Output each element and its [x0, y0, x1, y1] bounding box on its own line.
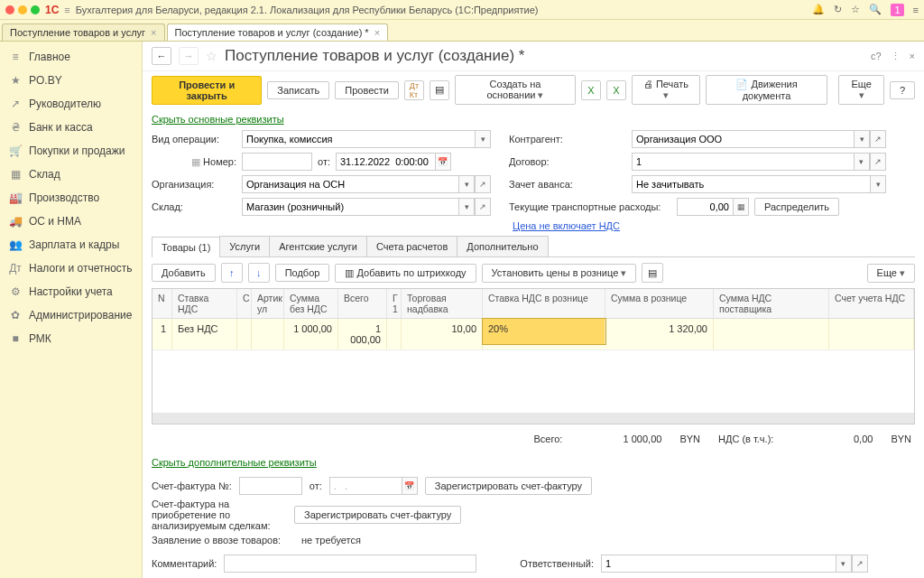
dt-kt-icon[interactable]: ДтКт	[404, 80, 424, 100]
nav-settings[interactable]: ⚙Настройки учета	[0, 280, 142, 303]
contragent-field[interactable]	[632, 130, 854, 148]
invoice-date-field[interactable]	[329, 477, 402, 495]
nav-main[interactable]: ≡Главное	[0, 45, 142, 69]
bell-icon[interactable]: 🔔	[812, 4, 825, 15]
more-button[interactable]: Еще	[867, 264, 915, 283]
hamburger-icon[interactable]: ≡	[64, 5, 69, 15]
more-icon[interactable]: ⋮	[891, 51, 901, 62]
move-up-icon[interactable]: ↑	[221, 263, 243, 283]
tab-accounts[interactable]: Счета расчетов	[366, 236, 457, 256]
col-supplier-vat[interactable]: Сумма НДС поставщика	[714, 289, 829, 318]
col-g[interactable]: Г1	[387, 289, 402, 318]
invoice-no-field[interactable]	[239, 477, 302, 495]
open-icon[interactable]: ↗	[852, 555, 868, 573]
more-button[interactable]: Еще	[838, 75, 884, 105]
responsible-field[interactable]	[601, 555, 836, 573]
pick-button[interactable]: Подбор	[275, 264, 330, 282]
chevron-down-icon[interactable]: ▾	[854, 153, 870, 171]
cell-retail-sum[interactable]: 1 320,00	[605, 319, 714, 350]
number-field[interactable]	[242, 153, 312, 171]
contract-field[interactable]	[632, 153, 854, 171]
date-field[interactable]	[336, 153, 435, 171]
tab-goods[interactable]: Товары (1)	[152, 237, 220, 257]
excel-icon[interactable]: X	[581, 80, 601, 100]
help-button[interactable]: ?	[890, 81, 915, 99]
calendar-icon[interactable]: 📅	[402, 477, 418, 495]
barcode-button[interactable]: ▥ Добавить по штрихкоду	[335, 264, 476, 283]
register-invoice-button[interactable]: Зарегистрировать счет-фактуру	[425, 477, 592, 495]
post-button[interactable]: Провести	[335, 81, 399, 99]
goods-table[interactable]: N Ставка НДС С Артик ул Сумма без НДС Вс…	[152, 288, 915, 424]
cell-c[interactable]	[237, 319, 252, 350]
cell-total[interactable]: 1 000,00	[338, 319, 387, 350]
open-icon[interactable]: ↗	[475, 198, 491, 216]
nav-bank[interactable]: ₴Банк и касса	[0, 116, 142, 139]
price-no-vat-link[interactable]: Цена не включает НДС	[513, 220, 620, 231]
tab-services[interactable]: Услуги	[219, 236, 270, 256]
movements-button[interactable]: 📄 Движения документа	[706, 75, 828, 105]
create-basis-button[interactable]: Создать на основании	[455, 75, 576, 105]
calendar-icon[interactable]: 📅	[435, 153, 451, 171]
menu-icon[interactable]: ≡	[913, 5, 919, 15]
horizontal-scrollbar[interactable]	[152, 413, 914, 424]
minimize-window-icon[interactable]	[18, 5, 27, 14]
col-c[interactable]: С	[237, 289, 252, 318]
advance-field[interactable]	[632, 175, 870, 193]
warehouse-field[interactable]	[242, 198, 458, 216]
set-retail-prices-button[interactable]: Установить цены в рознице	[482, 264, 637, 283]
move-down-icon[interactable]: ↓	[248, 263, 270, 283]
distribute-button[interactable]: Распределить	[754, 198, 839, 216]
add-button[interactable]: Добавить	[152, 264, 216, 282]
cell-sum-no-vat[interactable]: 1 000,00	[284, 319, 338, 350]
cell-retail-vat-selected[interactable]: 20%	[483, 319, 605, 344]
nav-production[interactable]: 🏭Производство	[0, 186, 142, 210]
write-button[interactable]: Записать	[267, 81, 329, 99]
print-button[interactable]: 🖨 Печать	[632, 75, 700, 105]
link-icon[interactable]: c?	[871, 51, 882, 62]
cell-g[interactable]	[387, 319, 402, 350]
maximize-window-icon[interactable]	[31, 5, 40, 14]
columns-icon[interactable]: ▤	[642, 263, 663, 283]
chevron-down-icon[interactable]: ▾	[836, 555, 852, 573]
star-icon[interactable]: ☆	[851, 4, 860, 15]
col-article[interactable]: Артик ул	[252, 289, 284, 318]
favorite-icon[interactable]: ☆	[206, 49, 217, 63]
back-button[interactable]: ←	[152, 47, 171, 65]
nav-rmk[interactable]: ■РМК	[0, 327, 142, 350]
col-total[interactable]: Всего	[338, 289, 387, 318]
cell-markup[interactable]: 10,00	[402, 319, 483, 350]
cell-n[interactable]: 1	[152, 319, 172, 350]
cell-article[interactable]	[252, 319, 284, 350]
window-tab-active[interactable]: Поступление товаров и услуг (создание) *…	[167, 23, 389, 41]
window-tab[interactable]: Поступление товаров и услуг ×	[2, 23, 165, 41]
nav-salary[interactable]: 👥Зарплата и кадры	[0, 233, 142, 256]
forward-button[interactable]: →	[179, 47, 199, 65]
close-icon[interactable]: ×	[374, 27, 380, 38]
chevron-down-icon[interactable]: ▾	[475, 130, 491, 148]
hide-additional-link[interactable]: Скрыть дополнительные реквизиты	[152, 455, 915, 473]
register-invoice-deal-button[interactable]: Зарегистрировать счет-фактуру	[294, 506, 461, 524]
col-sum-no-vat[interactable]: Сумма без НДС	[284, 289, 338, 318]
organization-field[interactable]	[242, 175, 458, 193]
open-icon[interactable]: ↗	[870, 153, 886, 171]
chevron-down-icon[interactable]: ▾	[458, 198, 475, 216]
badge[interactable]: 1	[891, 4, 903, 16]
chevron-down-icon[interactable]: ▾	[870, 175, 886, 193]
nav-tax[interactable]: ДтНалоги и отчетность	[0, 256, 142, 280]
open-icon[interactable]: ↗	[870, 130, 886, 148]
nav-os-nma[interactable]: 🚚ОС и НМА	[0, 210, 142, 233]
cell-vat[interactable]: Без НДС	[172, 319, 237, 350]
cell-vat-acc[interactable]	[829, 319, 914, 350]
hide-main-props-link[interactable]: Скрыть основные реквизиты	[143, 112, 924, 130]
col-retail-sum[interactable]: Сумма в рознице	[605, 289, 714, 318]
col-retail-vat[interactable]: Ставка НДС в рознице	[483, 289, 605, 318]
tab-agent[interactable]: Агентские услуги	[269, 236, 367, 256]
nav-warehouse[interactable]: ▦Склад	[0, 163, 142, 186]
comment-field[interactable]	[224, 555, 476, 573]
col-vat[interactable]: Ставка НДС	[172, 289, 237, 318]
close-doc-icon[interactable]: ×	[910, 51, 915, 62]
nav-poby[interactable]: ★PO.BY	[0, 69, 142, 92]
tab-additional[interactable]: Дополнительно	[457, 236, 548, 256]
calc-icon[interactable]: ▦	[733, 198, 749, 216]
table-row[interactable]: 1 Без НДС 1 000,00 1 000,00 10,00 20% 1 …	[152, 319, 914, 350]
